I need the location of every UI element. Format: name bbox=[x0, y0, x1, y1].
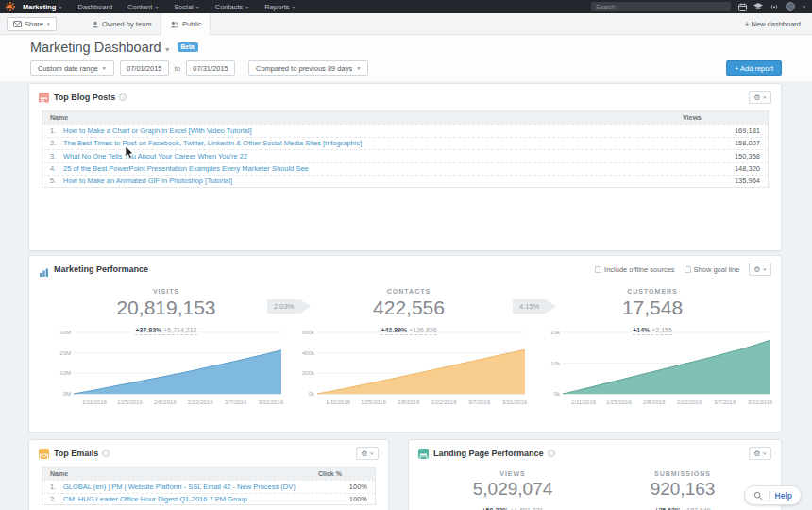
filter-row: Custom date range▼ to Compared to previo… bbox=[30, 60, 368, 76]
nav-item-marketing[interactable]: Marketing▼ bbox=[23, 3, 62, 11]
metric-value: 422,556 bbox=[305, 297, 513, 319]
new-dashboard-button[interactable]: + New dashboard bbox=[745, 20, 801, 28]
svg-text:3/21/2016: 3/21/2016 bbox=[502, 400, 528, 405]
person-icon bbox=[92, 21, 99, 28]
include-offline-checkbox[interactable]: Include offline sources bbox=[595, 265, 675, 274]
info-icon[interactable]: i bbox=[119, 94, 127, 101]
nav-item-content[interactable]: Content▼ bbox=[127, 3, 159, 11]
date-range-label: Custom date range bbox=[38, 64, 98, 73]
info-icon[interactable]: i bbox=[102, 450, 110, 457]
tab-label: Owned by team bbox=[102, 20, 152, 28]
avatar[interactable] bbox=[786, 2, 795, 11]
chevron-down-icon: ▼ bbox=[292, 5, 296, 10]
account-chevron-down-icon[interactable]: ▼ bbox=[802, 4, 806, 9]
card-settings-button[interactable]: ⚙▼ bbox=[749, 91, 771, 104]
academy-icon[interactable] bbox=[753, 2, 763, 11]
add-report-button[interactable]: + Add report bbox=[726, 60, 782, 76]
nav-item-label: Content bbox=[127, 3, 152, 11]
chevron-down-icon: ▼ bbox=[356, 65, 361, 71]
metric-value: 20,819,153 bbox=[62, 297, 270, 319]
row-link[interactable]: What No One Tells You About Your Career … bbox=[63, 152, 247, 161]
blog-icon bbox=[39, 93, 49, 103]
page-title-text: Marketing Dashboard bbox=[30, 40, 161, 55]
nav-item-label: Reports bbox=[264, 3, 289, 11]
card-settings-button[interactable]: ⚙▼ bbox=[749, 447, 771, 460]
help-widget[interactable]: Help bbox=[744, 485, 802, 505]
svg-text:2/22/2016: 2/22/2016 bbox=[188, 400, 213, 405]
hubspot-logo-icon[interactable] bbox=[6, 2, 15, 11]
calendar-icon[interactable] bbox=[737, 2, 747, 11]
metric-value: 920,163 bbox=[598, 479, 768, 500]
row-link[interactable]: How to Make an Animated GIF in Photoshop… bbox=[63, 177, 232, 185]
svg-text:10k: 10k bbox=[550, 361, 561, 366]
svg-text:600k: 600k bbox=[302, 330, 315, 335]
svg-text:200k: 200k bbox=[302, 370, 315, 376]
nav-item-dashboard[interactable]: Dashboard bbox=[77, 3, 112, 11]
svg-text:1/11/2016: 1/11/2016 bbox=[326, 400, 351, 405]
metric-label: CUSTOMERS bbox=[549, 288, 756, 295]
row-link[interactable]: The Best Times to Post on Facebook, Twit… bbox=[63, 139, 362, 147]
metric-submissions: SUBMISSIONS 920,163 +25.62% +187,649 bbox=[598, 470, 768, 510]
row-rank: 1. bbox=[50, 127, 63, 135]
nav-item-contacts[interactable]: Contacts▼ bbox=[215, 3, 250, 11]
area-series bbox=[563, 340, 770, 394]
top-emails-card: Top Emails i ⚙▼ Name Click % 1.GLOBAL (e… bbox=[28, 439, 389, 510]
svg-text:3/7/2016: 3/7/2016 bbox=[714, 400, 736, 405]
column-header-views[interactable]: Views bbox=[683, 114, 768, 121]
app-window: Marketing▼DashboardContent▼Social▼Contac… bbox=[0, 0, 812, 510]
share-button[interactable]: Share ▼ bbox=[7, 17, 57, 31]
customers-area-chart: 0k10k20k1/11/20161/25/20162/8/20162/22/2… bbox=[539, 328, 775, 409]
card-title: Landing Page Performance bbox=[433, 449, 544, 458]
conversion-rate: 2.03% bbox=[274, 302, 294, 311]
row-name-cell: 5.How to Make an Animated GIF in Photosh… bbox=[42, 177, 683, 185]
title-chevron-down-icon[interactable]: ▼ bbox=[164, 46, 171, 53]
svg-text:0k: 0k bbox=[554, 391, 561, 397]
tab-owned-by-team[interactable]: Owned by team bbox=[83, 13, 161, 35]
date-range-select[interactable]: Custom date range▼ bbox=[30, 60, 114, 76]
row-name-cell: 1.GLOBAL (en) | PM | Website Platform - … bbox=[42, 483, 318, 491]
gear-icon: ⚙ bbox=[361, 450, 367, 458]
row-rank: 2. bbox=[50, 139, 63, 147]
compare-label: Compared to previous 89 days bbox=[256, 64, 352, 73]
svg-text:2/22/2016: 2/22/2016 bbox=[431, 400, 457, 405]
marketing-performance-card: Marketing Performance Include offline so… bbox=[28, 255, 782, 433]
svg-text:3/7/2016: 3/7/2016 bbox=[468, 400, 491, 405]
top-navigation: Marketing▼DashboardContent▼Social▼Contac… bbox=[0, 0, 812, 13]
card-settings-button[interactable]: ⚙▼ bbox=[749, 263, 771, 276]
email-icon bbox=[39, 449, 49, 459]
svg-text:1/25/2016: 1/25/2016 bbox=[361, 400, 386, 405]
row-link[interactable]: GLOBAL (en) | PM | Website Platform - SS… bbox=[63, 483, 296, 491]
broadcast-icon[interactable] bbox=[770, 2, 779, 11]
svg-text:30M: 30M bbox=[59, 330, 71, 335]
date-to-input[interactable] bbox=[186, 60, 235, 76]
row-name-cell: 4.25 of the Best PowerPoint Presentation… bbox=[42, 164, 683, 173]
card-settings-button[interactable]: ⚙▼ bbox=[356, 447, 379, 460]
card-title: Top Emails bbox=[54, 449, 98, 458]
chevron-down-icon: ▼ bbox=[102, 65, 107, 71]
card-header: Top Blog Posts i ⚙▼ bbox=[29, 84, 781, 109]
help-label: Help bbox=[775, 491, 792, 501]
gear-icon: ⚙ bbox=[753, 94, 760, 102]
column-header-click[interactable]: Click % bbox=[318, 470, 375, 477]
show-goal-line-checkbox[interactable]: Show goal line bbox=[685, 265, 740, 274]
metric-label: CONTACTS bbox=[305, 288, 513, 295]
compare-select[interactable]: Compared to previous 89 days▼ bbox=[248, 60, 368, 76]
tab-public[interactable]: Public bbox=[161, 13, 211, 35]
row-link[interactable]: CM: HUG Leader Office Hour Digest Q1-201… bbox=[63, 495, 247, 503]
row-link[interactable]: How to Make a Chart or Graph in Excel [W… bbox=[63, 127, 252, 135]
search-input[interactable] bbox=[591, 2, 731, 11]
svg-text:2/8/2016: 2/8/2016 bbox=[154, 400, 177, 405]
info-icon[interactable]: i bbox=[548, 450, 555, 457]
date-from-input[interactable] bbox=[120, 60, 169, 76]
row-link[interactable]: 25 of the Best PowerPoint Presentation E… bbox=[63, 164, 309, 173]
people-icon bbox=[170, 21, 179, 28]
column-header-name[interactable]: Name bbox=[42, 114, 683, 121]
nav-item-reports[interactable]: Reports▼ bbox=[264, 3, 296, 11]
chevron-down-icon: ▼ bbox=[58, 5, 62, 10]
svg-text:20k: 20k bbox=[550, 330, 561, 335]
metric-value: 17,548 bbox=[549, 297, 756, 319]
column-header-name[interactable]: Name bbox=[42, 470, 318, 477]
svg-text:1/11/2016: 1/11/2016 bbox=[82, 400, 108, 405]
nav-item-social[interactable]: Social▼ bbox=[174, 3, 199, 11]
chevron-down-icon: ▼ bbox=[245, 5, 249, 10]
